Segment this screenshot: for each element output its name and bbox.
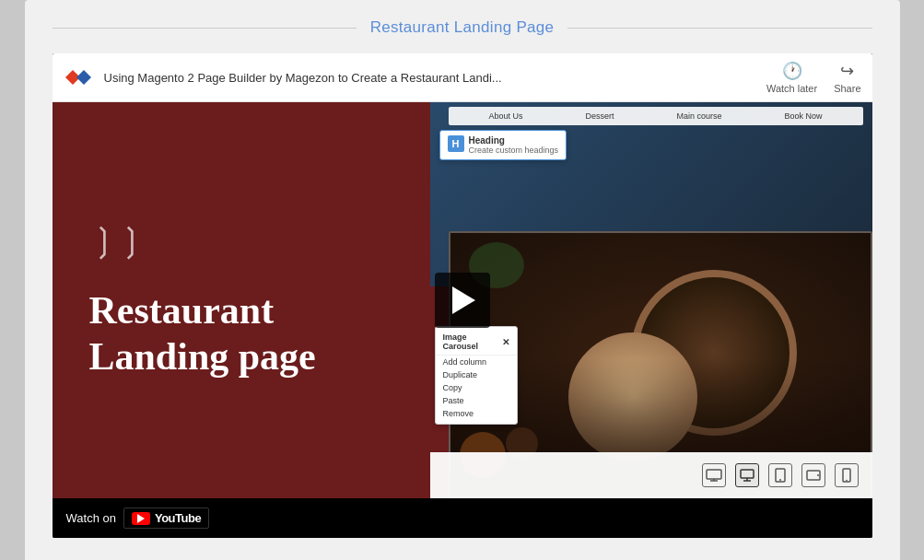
youtube-play-icon: [137, 514, 145, 523]
svg-point-14: [846, 480, 848, 482]
youtube-badge[interactable]: YouTube: [123, 508, 209, 529]
youtube-label: YouTube: [155, 511, 201, 525]
watch-later-button[interactable]: 🕐 Watch later: [766, 61, 817, 94]
svg-point-12: [817, 474, 819, 476]
page-title: Restaurant Landing Page: [357, 18, 568, 37]
heading-overlay: H Heading Create custom headings: [439, 130, 567, 160]
video-bottom-bar: [430, 452, 872, 498]
carousel-menu-remove[interactable]: Remove: [436, 407, 517, 420]
share-button[interactable]: ↪ Share: [834, 61, 860, 94]
watch-later-label: Watch later: [766, 83, 817, 94]
nav-dessert: Dessert: [585, 111, 614, 121]
play-icon: [452, 286, 475, 314]
svg-rect-6: [741, 470, 754, 478]
video-title: Using Magento 2 Page Builder by Magezon …: [104, 71, 755, 85]
heading-overlay-text: Heading Create custom headings: [469, 135, 559, 155]
outer-container: Restaurant Landing Page Using Magento 2 …: [25, 0, 900, 560]
yt-watch-bar: Watch on YouTube: [53, 498, 872, 538]
carousel-menu-duplicate[interactable]: Duplicate: [436, 368, 517, 381]
svg-marker-2: [76, 70, 91, 85]
image-carousel-overlay: Image Carousel ✕ Add column Duplicate Co…: [435, 326, 518, 425]
toolbar-tablet-icon[interactable]: [768, 463, 792, 487]
carousel-menu-copy[interactable]: Copy: [436, 381, 517, 394]
page-title-section: Restaurant Landing Page: [53, 18, 872, 37]
svg-rect-3: [707, 470, 721, 479]
share-label: Share: [834, 83, 860, 94]
magezon-logo-icon: [64, 63, 93, 92]
video-left-text: ❳❳ Restaurant Landing page: [53, 193, 353, 408]
clock-icon: 🕐: [782, 61, 802, 81]
yt-top-bar: Using Magento 2 Page Builder by Magezon …: [53, 53, 872, 102]
nav-bar-preview: About Us Dessert Main course Book Now: [449, 107, 863, 125]
toolbar-mobile-icon[interactable]: [835, 463, 859, 487]
share-icon: ↪: [840, 61, 854, 81]
toolbar-desktop-small-icon[interactable]: [735, 463, 759, 487]
toolbar-tablet-landscape-icon[interactable]: [801, 463, 825, 487]
yt-top-actions: 🕐 Watch later ↪ Share: [766, 61, 861, 94]
nav-main-course: Main course: [676, 111, 721, 121]
restaurant-title: Restaurant Landing page: [89, 287, 316, 380]
carousel-menu-paste[interactable]: Paste: [436, 394, 517, 407]
video-right-composite: About Us Dessert Main course Book Now H …: [430, 102, 872, 498]
nav-book: Book Now: [784, 111, 822, 121]
play-button[interactable]: [435, 273, 490, 328]
youtube-icon: [132, 512, 150, 525]
nav-about: About Us: [488, 111, 522, 121]
toolbar-desktop-icon[interactable]: [702, 463, 726, 487]
video-main: ❳❳ Restaurant Landing page About Us Dess…: [53, 102, 872, 498]
carousel-menu-add[interactable]: Add column: [436, 356, 517, 368]
heading-h-icon: H: [448, 135, 464, 152]
svg-point-10: [779, 479, 781, 481]
video-wrapper: Using Magento 2 Page Builder by Magezon …: [53, 53, 872, 538]
magezon-chevrons: ❳❳: [89, 221, 316, 260]
carousel-title: Image Carousel ✕: [436, 331, 517, 356]
carousel-close-icon[interactable]: ✕: [502, 337, 509, 347]
watch-on-text: Watch on: [66, 511, 116, 525]
